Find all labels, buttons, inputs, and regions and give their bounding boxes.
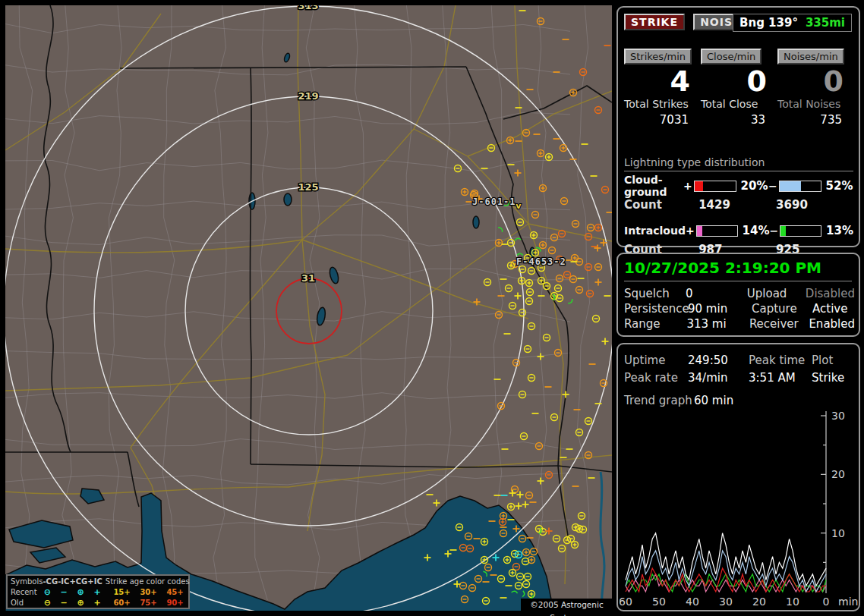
legend-row-recent: Recent ⊖ − ⊕ + 15+30+45+ <box>11 587 188 598</box>
peak-rate-value: 34/min <box>688 369 749 387</box>
legend-header-symbols: Symbols <box>11 577 43 587</box>
peak-time-value: 3:51 AM <box>749 369 812 387</box>
date-time: 10/27/2025 2:19:20 PM <box>624 259 852 281</box>
total-close-value: 33 <box>701 113 777 127</box>
circle-plus-icon: ⊕ <box>72 598 89 608</box>
legend-header-pos-cg: +CG <box>69 577 87 587</box>
circle-minus-icon: ⊖ <box>39 587 55 598</box>
bearing-display: Bng 139°335mi <box>733 14 852 32</box>
map-legend: Symbols -CG -IC +CG +IC Strike age color… <box>6 574 190 609</box>
svg-text:313: 313 <box>298 0 318 11</box>
strikes-per-min-chip[interactable]: Strikes/min <box>624 49 692 64</box>
svg-text:60: 60 <box>620 596 632 608</box>
storm-cell-label: F-4653-2 <box>516 256 566 267</box>
lightning-map[interactable]: J-601-1vF-4653-2 31125219313 Symbols -CG… <box>0 0 615 616</box>
noises-per-min-value: 0 <box>777 64 854 98</box>
trend-graph: 1020306050403020100min <box>620 410 859 610</box>
uptime-label: Uptime <box>624 352 688 369</box>
circle-minus-icon: ⊖ <box>39 598 55 608</box>
uptime-grid: Uptime 249:50 Peak time Plot Peak rate 3… <box>624 352 855 409</box>
legend-ages-recent: 15+30+45+ <box>106 587 188 598</box>
receiver-label: Receiver <box>749 316 809 332</box>
svg-text:min: min <box>838 596 858 608</box>
svg-text:10: 10 <box>786 596 799 608</box>
plus-icon: + <box>89 598 106 608</box>
intracloud-label: Intracloud <box>624 225 686 237</box>
ic-neg-bar <box>780 225 821 237</box>
ic-neg-pct: 13% <box>823 224 853 237</box>
svg-text:v: v <box>516 201 522 211</box>
close-per-min-chip[interactable]: Close/min <box>701 49 762 64</box>
legend-header-neg-ic: -IC <box>58 577 69 587</box>
svg-text:20: 20 <box>831 468 845 480</box>
bearing-value: Bng 139° <box>739 16 798 30</box>
trend-panel: Uptime 249:50 Peak time Plot Peak rate 3… <box>616 343 860 611</box>
svg-text:30: 30 <box>831 410 845 422</box>
mode-buttons: STRIKE NOISE Bng 139°335mi <box>624 14 852 32</box>
legend-old-label: Old <box>11 598 39 608</box>
svg-text:10: 10 <box>831 527 845 539</box>
peak-rate-row: Peak rate 34/min 3:51 AM Strike <box>624 369 855 387</box>
cloud-ground-count-row: Count 1429 3690 <box>624 198 853 212</box>
noises-per-min-chip[interactable]: Noises/min <box>777 49 844 64</box>
persistence-value: 90 min <box>688 301 752 316</box>
uptime-value: 249:50 <box>688 352 749 369</box>
cloud-ground-row: Cloud-ground + 20% − 52% <box>624 180 853 192</box>
circle-plus-icon: ⊕ <box>72 587 89 598</box>
legend-header-pos-ic: +IC <box>87 577 102 587</box>
storm-cell-label: J-601-1 <box>472 196 516 207</box>
intracloud-row: Intracloud + 14% − 13% <box>624 225 853 237</box>
cg-pos-bar <box>694 181 736 192</box>
svg-text:30: 30 <box>719 596 733 608</box>
app-window: { "map": { "land_color": "#695e59", "wat… <box>0 0 864 616</box>
settings-row: Range 313 mi Receiver Enabled <box>624 316 855 332</box>
legend-row-old: Old ⊖ − ⊕ + 60+75+90+ <box>11 598 188 608</box>
plot-label: Plot <box>812 352 855 369</box>
svg-text:125: 125 <box>298 181 318 193</box>
distribution-title: Lightning type distribution <box>624 156 853 171</box>
svg-text:40: 40 <box>686 596 699 608</box>
strikes-column: Strikes/min 4 Total Strikes 7031 <box>624 49 701 127</box>
cg-neg-count: 3690 <box>776 198 853 212</box>
close-column: Close/min 0 Total Close 33 <box>701 49 777 127</box>
total-strikes-label: Total Strikes <box>624 98 701 110</box>
cg-neg-pct: 52% <box>823 179 853 193</box>
trend-graph-row: Trend graph 60 min <box>624 392 855 409</box>
svg-text:0: 0 <box>823 596 830 608</box>
total-noises-label: Total Noises <box>777 98 854 110</box>
minus-icon: − <box>55 598 72 608</box>
trend-graph-label: Trend graph <box>624 392 694 409</box>
strike-button[interactable]: STRIKE <box>624 14 685 30</box>
minus-sign: − <box>768 180 777 192</box>
plus-sign: + <box>683 180 692 192</box>
settings-row: Squelch 0 Upload Disabled <box>624 286 855 301</box>
trend-graph-value: 60 min <box>694 392 755 409</box>
legend-recent-label: Recent <box>11 587 39 598</box>
squelch-value: 0 <box>686 286 747 301</box>
strikes-per-min-value: 4 <box>624 64 701 98</box>
range-label: Range <box>624 316 686 332</box>
legend-header-age-codes: Strike age color codes <box>102 577 190 587</box>
squelch-label: Squelch <box>624 286 686 301</box>
uptime-row: Uptime 249:50 Peak time Plot <box>624 352 855 369</box>
upload-label: Upload <box>747 286 806 301</box>
strike-stats-panel: STRIKE NOISE Bng 139°335mi Strikes/min 4… <box>616 6 860 247</box>
total-noises-value: 735 <box>777 113 854 127</box>
peak-time-label: Peak time <box>749 352 812 369</box>
ic-pos-bar <box>696 225 738 237</box>
cg-neg-bar <box>779 181 821 192</box>
minus-icon: − <box>55 587 72 598</box>
settings-grid: Squelch 0 Upload Disabled Persistence 90… <box>624 286 855 332</box>
receiver-value: Enabled <box>809 316 855 332</box>
capture-label: Capture <box>752 301 812 316</box>
status-panel: 10/27/2025 2:19:20 PM Squelch 0 Upload D… <box>616 253 860 337</box>
peak-rate-label: Peak rate <box>624 369 688 387</box>
copyright-text: ©2005 Astrogenic Systems <box>521 599 613 611</box>
upload-value: Disabled <box>806 286 855 301</box>
cg-pos-count: 1429 <box>698 198 776 212</box>
settings-row: Persistence 90 min Capture Active <box>624 301 855 316</box>
cloud-ground-label: Cloud-ground <box>624 174 683 198</box>
legend-ages-old: 60+75+90+ <box>106 598 188 608</box>
cg-pos-pct: 20% <box>738 179 768 193</box>
svg-text:219: 219 <box>298 90 318 102</box>
